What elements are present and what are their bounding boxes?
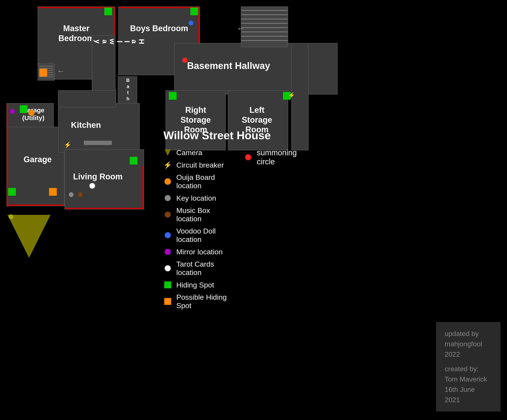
- legend-hiding-icon: [163, 281, 172, 289]
- circuit-breaker-kitchen: ⚡: [64, 141, 71, 148]
- legend-possible-hiding-icon: [163, 297, 172, 306]
- legend-camera-label: Camera: [176, 148, 202, 157]
- kitchen-shelf: [84, 141, 112, 145]
- legend-mirror-icon: [163, 248, 172, 256]
- legend-camera-icon: [163, 148, 172, 157]
- voodoo-doll-marker: [189, 21, 193, 25]
- hiding-spot-boys-bedroom-top: [190, 7, 198, 15]
- camera-yellow-dot: [9, 214, 13, 219]
- legend-voodoo-icon: [163, 231, 172, 240]
- credits-box: updated by mahjongfool 2022 created by: …: [436, 322, 500, 411]
- legend-ouija-label: Ouija Board location: [176, 173, 231, 190]
- legend-hiding: Hiding Spot: [163, 281, 231, 289]
- legend-hiding-label: Hiding Spot: [176, 281, 214, 289]
- legend-mirror-label: Mirror location: [176, 248, 223, 256]
- legend-music-box: Music Box location: [163, 206, 231, 223]
- legend-possible-hiding-label: Possible Hiding Spot: [176, 293, 231, 310]
- legend-summoning-icon: [244, 153, 253, 162]
- possible-hiding-master: [39, 69, 47, 76]
- legend-circuit-icon: ⚡: [163, 161, 172, 169]
- legend-tarot-label: Tarot Cards location: [176, 260, 231, 277]
- legend-camera: Camera: [163, 148, 231, 157]
- legend-section: Willow Street House Camera ⚡ Circuit bre…: [163, 129, 305, 314]
- credits-created: created by: Tom Maverick 16th June 2021: [445, 364, 492, 405]
- camera-triangle: [7, 215, 50, 258]
- legend-title: Willow Street House: [163, 129, 305, 142]
- basement-stairs-arrow: ←: [237, 24, 245, 33]
- circuit-breaker-left-storage: ⚡: [288, 92, 295, 99]
- legend-music-box-label: Music Box location: [176, 206, 231, 223]
- orange-dot-garage-utility: [28, 110, 34, 116]
- corridor-upper: [58, 90, 116, 107]
- stairs-arrow-left: ←: [57, 67, 65, 76]
- possible-hiding-garage: [49, 188, 57, 196]
- basement-stairs: [241, 7, 288, 47]
- credits-updated: updated by mahjongfool 2022: [445, 329, 492, 359]
- music-box-marker: [78, 192, 83, 197]
- summoning-circle-marker: [182, 58, 188, 63]
- legend-circuit-label: Circuit breaker: [176, 161, 224, 169]
- legend-key: Key location: [163, 194, 231, 202]
- hiding-spot-right-storage: [169, 92, 176, 100]
- key-marker: [69, 192, 74, 197]
- legend-key-label: Key location: [176, 194, 216, 202]
- legend-summoning-label: summoning circle: [257, 148, 305, 166]
- mirror-marker: [10, 109, 15, 114]
- legend-key-icon: [163, 194, 172, 202]
- legend-tarot: Tarot Cards location: [163, 260, 231, 277]
- hiding-spot-living-room: [130, 157, 137, 165]
- garage-utility-room: [7, 103, 54, 129]
- legend-summoning: summoning circle: [244, 148, 305, 166]
- legend-possible-hiding: Possible Hiding Spot: [163, 293, 231, 310]
- hiding-spot-garage-bottom: [8, 188, 16, 196]
- legend-tarot-icon: [163, 264, 172, 273]
- map-container: Master Bedroom Boys Bedroom Hallway Bath…: [0, 0, 507, 420]
- legend-voodoo: Voodoo Doll location: [163, 227, 231, 244]
- legend-ouija-icon: [163, 177, 172, 186]
- legend-ouija: Ouija Board location: [163, 173, 231, 190]
- hiding-spot-master-bedroom-top: [104, 7, 112, 15]
- tarot-cards-marker: [89, 183, 95, 189]
- legend-mirror: Mirror location: [163, 248, 231, 256]
- legend-voodoo-label: Voodoo Doll location: [176, 227, 231, 244]
- basement-hallway-room: [174, 43, 338, 95]
- legend-circuit: ⚡ Circuit breaker: [163, 161, 231, 169]
- hiding-spot-garage-utility: [20, 105, 28, 113]
- legend-music-box-icon: [163, 210, 172, 219]
